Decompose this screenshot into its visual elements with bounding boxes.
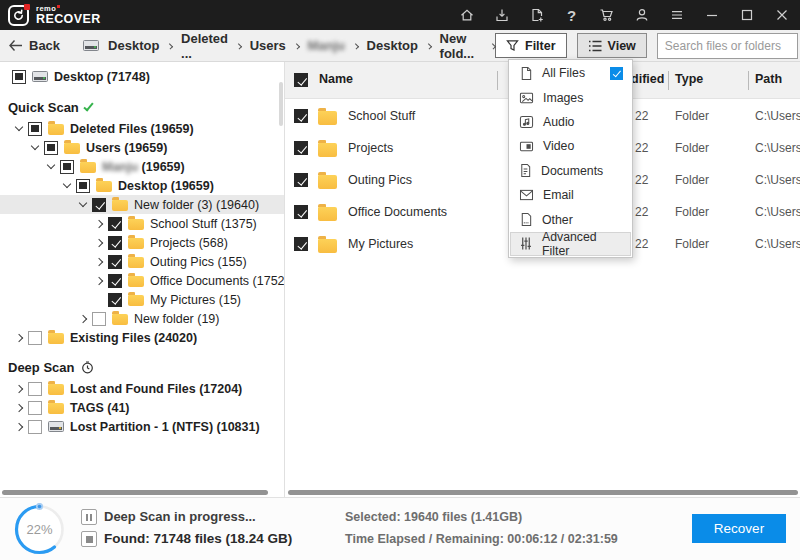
chevron-right-icon[interactable] — [95, 257, 103, 265]
tree-item-office-documents[interactable]: Office Documents (17527) — [0, 271, 284, 290]
menu-item-all-files[interactable]: All Files — [510, 61, 631, 85]
checkbox-checked[interactable] — [108, 293, 122, 307]
chevron-down-icon[interactable] — [15, 123, 23, 131]
checkbox-indeterminate[interactable] — [76, 179, 90, 193]
close-icon[interactable] — [773, 7, 790, 24]
menu-item-documents[interactable]: Documents — [510, 159, 631, 183]
tree-item-outing-pics[interactable]: Outing Pics (155) — [0, 252, 284, 271]
tree-item-tags[interactable]: TAGS (41) — [0, 398, 284, 417]
crumb-new-folder[interactable]: New fold... — [440, 31, 483, 61]
checkbox-unchecked[interactable] — [28, 331, 42, 345]
tree-item-projects[interactable]: Projects (568) — [0, 233, 284, 252]
tree-item-existing-files[interactable]: Existing Files (24020) — [0, 328, 284, 347]
checkbox-checked[interactable] — [294, 109, 308, 123]
chevron-right-icon[interactable] — [95, 276, 103, 284]
crumb-users[interactable]: Users — [250, 38, 286, 53]
tree-item-label: Outing Pics (155) — [150, 255, 247, 269]
checkbox-checked[interactable] — [108, 255, 122, 269]
folder-icon — [48, 124, 64, 135]
view-label: View — [608, 39, 636, 53]
checkbox-checked[interactable] — [294, 205, 308, 219]
vertical-scrollbar[interactable] — [279, 82, 283, 126]
tree-item-lost-partition[interactable]: Lost Partition - 1 (NTFS) (10831) — [0, 417, 284, 436]
chevron-right-icon[interactable] — [15, 403, 23, 411]
home-icon[interactable] — [458, 7, 475, 24]
select-all-checkbox[interactable] — [294, 73, 308, 87]
checkbox-unchecked[interactable] — [28, 382, 42, 396]
menu-item-email[interactable]: Email — [510, 183, 631, 207]
chevron-right-icon[interactable] — [95, 219, 103, 227]
tree-item-school-stuff[interactable]: School Stuff (1375) — [0, 214, 284, 233]
save-session-icon[interactable] — [493, 7, 510, 24]
horizontal-scrollbar[interactable] — [288, 490, 798, 495]
checkbox-indeterminate[interactable] — [12, 70, 26, 84]
tree-item-new-folder-19[interactable]: New folder (19) — [0, 309, 284, 328]
maximize-icon[interactable] — [738, 7, 755, 24]
chevron-right-icon[interactable] — [15, 384, 23, 392]
column-header-path[interactable]: Path — [755, 72, 782, 86]
checkbox-checked[interactable] — [108, 217, 122, 231]
checkbox-checked[interactable] — [294, 173, 308, 187]
crumb-desktop-2[interactable]: Desktop — [367, 38, 418, 53]
column-header-type[interactable]: Type — [675, 72, 703, 86]
tree-item-lost-found[interactable]: Lost and Found Files (17204) — [0, 379, 284, 398]
view-button[interactable]: View — [577, 33, 647, 58]
checkbox-checked[interactable] — [294, 141, 308, 155]
column-divider[interactable] — [748, 71, 749, 90]
checkbox-checked[interactable] — [108, 274, 122, 288]
column-divider[interactable] — [497, 71, 498, 90]
chevron-down-icon[interactable] — [47, 161, 55, 169]
chevron-right-icon[interactable] — [15, 333, 23, 341]
chevron-down-icon[interactable] — [79, 199, 87, 207]
help-icon[interactable]: ? — [563, 7, 580, 24]
crumb-user[interactable]: Manju — [307, 38, 345, 53]
chevron-right-icon[interactable] — [15, 422, 23, 430]
open-session-icon[interactable] — [528, 7, 545, 24]
tree-item-new-folder-3[interactable]: New folder (3) (19640) — [0, 195, 284, 214]
menu-item-other[interactable]: Other — [510, 207, 631, 231]
menu-item-images[interactable]: Images — [510, 85, 631, 109]
checkbox-unchecked[interactable] — [28, 401, 42, 415]
deep-scan-label: Deep Scan — [8, 360, 74, 375]
account-icon[interactable] — [633, 7, 650, 24]
chevron-right-icon[interactable] — [95, 238, 103, 246]
tree-item-user[interactable]: Manju (19659) — [0, 157, 284, 176]
checkbox-checked[interactable] — [92, 198, 106, 212]
menu-item-video[interactable]: Video — [510, 134, 631, 158]
back-button[interactable]: Back — [8, 38, 60, 53]
stop-scan-button[interactable] — [81, 531, 97, 547]
cart-icon[interactable] — [598, 7, 615, 24]
checkbox-checked[interactable] — [294, 237, 308, 251]
horizontal-scrollbar[interactable] — [2, 490, 268, 495]
checkbox-unchecked[interactable] — [92, 312, 106, 326]
chevron-right-icon[interactable] — [79, 314, 87, 322]
tree-item-label: Desktop (19659) — [118, 179, 214, 193]
remo-logo-icon — [8, 5, 29, 26]
checkbox-unchecked[interactable] — [28, 420, 42, 434]
breadcrumb-bar: Back Desktop Deleted ... Users Manju Des… — [0, 30, 800, 62]
menu-item-audio[interactable]: Audio — [510, 110, 631, 134]
column-header-name[interactable]: Name — [319, 72, 353, 86]
crumb-deleted[interactable]: Deleted ... — [181, 31, 228, 61]
checkbox-indeterminate[interactable] — [28, 122, 42, 136]
checkbox-indeterminate[interactable] — [44, 141, 58, 155]
filter-button[interactable]: Filter — [495, 33, 567, 58]
tree-item-my-pictures[interactable]: My Pictures (15) — [0, 290, 284, 309]
search-input[interactable] — [658, 34, 800, 58]
recover-button[interactable]: Recover — [692, 514, 786, 543]
tree-item-users[interactable]: Users (19659) — [0, 138, 284, 157]
menu-item-advanced-filter[interactable]: Advanced Filter — [510, 232, 631, 256]
tree-item-root[interactable]: Desktop (71748) — [0, 66, 284, 87]
column-divider[interactable] — [668, 71, 669, 90]
chevron-down-icon[interactable] — [31, 142, 39, 150]
pause-scan-button[interactable] — [81, 509, 97, 525]
menu-icon[interactable] — [668, 7, 685, 24]
tree-item-desktop[interactable]: Desktop (19659) — [0, 176, 284, 195]
chevron-down-icon[interactable] — [63, 180, 71, 188]
checkbox-checked-blue[interactable] — [610, 67, 623, 80]
checkbox-indeterminate[interactable] — [60, 160, 74, 174]
minimize-icon[interactable] — [703, 7, 720, 24]
tree-item-deleted-files[interactable]: Deleted Files (19659) — [0, 119, 284, 138]
checkbox-checked[interactable] — [108, 236, 122, 250]
crumb-desktop[interactable]: Desktop — [108, 38, 159, 53]
